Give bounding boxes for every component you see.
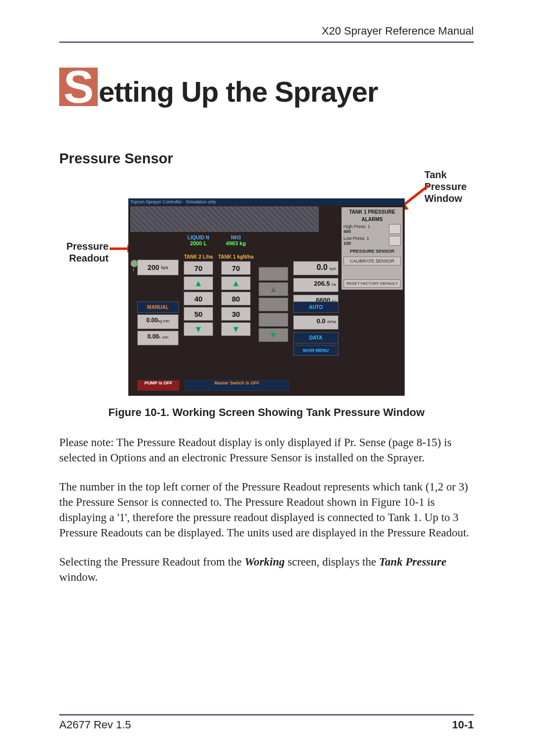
tank3-up-button: ▲	[259, 282, 288, 296]
calibrate-sensor-button[interactable]: CALIBRATE SENSOR	[343, 257, 401, 265]
tank2-column: LIQUID N 2000 L TANK 2 L/ha 70 ▲ 40 50 ▼	[181, 235, 216, 338]
high-pressure-toggle[interactable]	[389, 224, 401, 234]
tank2-down-button[interactable]: ▼	[184, 322, 213, 336]
tank2-up-button[interactable]: ▲	[184, 276, 213, 290]
pump-status: PUMP is OFF	[137, 380, 180, 391]
flow-l-min[interactable]: 0.00L min	[137, 331, 179, 345]
tank-pressure-window-panel: TANK 1 PRESSURE ALARMS High Press. 1400 …	[342, 207, 403, 290]
flow-kg-min[interactable]: 0.00kg min	[137, 314, 179, 329]
tank1-column: NH3 4983 kg TANK 1 kgN/ha 70 ▲ 80 30 ▼	[218, 235, 254, 338]
tank1-inc2[interactable]: 30	[221, 307, 251, 321]
panel-title-a: TANK 1 PRESSURE	[343, 209, 401, 215]
manual-button[interactable]: MANUAL	[137, 302, 179, 313]
rpm-readout[interactable]: 0.0 RPM	[293, 315, 339, 330]
page-footer: A2677 Rev 1.5 10-1	[59, 714, 474, 731]
figure-caption: Figure 10-1. Working Screen Showing Tank…	[59, 406, 474, 420]
reset-factory-default-button[interactable]: RESET FACTORY DEFAULT	[343, 279, 401, 288]
body-paragraph-1: Please note: The Pressure Readout displa…	[59, 435, 474, 465]
pressure-sensor-label: PRESSURE SENSOR	[343, 249, 401, 254]
left-controls: MANUAL 0.00kg min 0.00L min	[137, 300, 179, 347]
tank3-column-disabled: ▲ ▼	[256, 235, 291, 343]
pressure-readout-field[interactable]: 200 kpa	[137, 260, 179, 275]
tank3-down-button: ▼	[259, 328, 288, 342]
data-button[interactable]: DATA	[293, 332, 339, 343]
window-titlebar: Topcon Sprayer Controller - Simulation o…	[128, 198, 405, 205]
tank1-rate-value[interactable]: 70	[221, 261, 251, 275]
tank2-inc1[interactable]: 40	[184, 292, 213, 305]
tank2-inc2[interactable]: 50	[184, 307, 213, 321]
doc-revision: A2677 Rev 1.5	[59, 718, 131, 731]
running-header: X20 Sprayer Reference Manual	[59, 25, 474, 43]
tank3-rate-value	[259, 267, 288, 281]
chapter-title-rest: etting Up the Sprayer	[99, 76, 378, 108]
tank2-rate-value[interactable]: 70	[184, 261, 213, 275]
chapter-dropcap: S	[59, 68, 98, 106]
boom-sections-off-icon	[130, 206, 319, 232]
auto-button[interactable]: AUTO	[293, 302, 339, 313]
right-controls: AUTO 0.0 RPM DATA MAIN MENU	[293, 300, 339, 357]
body-paragraph-3: Selecting the Pressure Readout from the …	[59, 554, 474, 585]
callout-pressure-readout: Pressure Readout	[54, 240, 109, 264]
master-switch-status: Master Switch is OFF	[185, 380, 289, 391]
sprayer-working-screen: Topcon Sprayer Controller - Simulation o…	[128, 198, 405, 396]
low-pressure-toggle[interactable]	[389, 236, 401, 246]
speed-readout[interactable]: 0.0 kph	[293, 261, 339, 275]
chapter-title: Setting Up the Sprayer	[59, 68, 474, 106]
page-number: 10-1	[452, 718, 474, 731]
body-paragraph-2: The number in the top left corner of the…	[59, 479, 474, 540]
tank1-down-button[interactable]: ▼	[221, 322, 251, 336]
callout-tank-pressure-window: Tank Pressure Window	[424, 169, 479, 204]
tank1-up-button[interactable]: ▲	[221, 276, 251, 290]
panel-title-b: ALARMS	[343, 217, 401, 222]
tank1-inc1[interactable]: 80	[221, 292, 251, 305]
section-title: Pressure Sensor	[59, 151, 474, 167]
main-menu-button[interactable]: MAIN MENU	[293, 345, 339, 356]
area-readout[interactable]: 206.5 ha	[293, 278, 339, 292]
figure-wrap: Pressure Readout Tank Pressure Window To…	[59, 174, 474, 391]
